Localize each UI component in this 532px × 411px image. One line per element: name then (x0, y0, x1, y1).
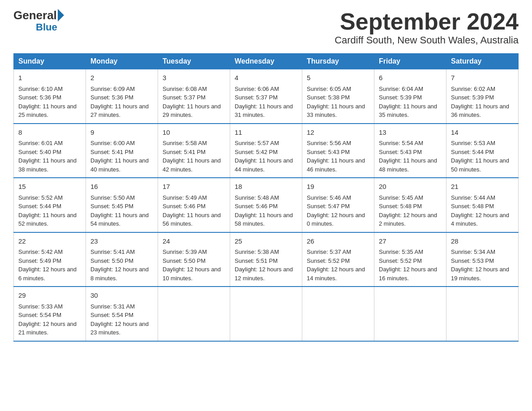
day-info: Sunrise: 5:33 AMSunset: 5:54 PMDaylight:… (18, 302, 81, 337)
week-row-1: 1Sunrise: 6:10 AMSunset: 5:36 PMDaylight… (14, 69, 519, 124)
day-info: Sunrise: 6:08 AMSunset: 5:37 PMDaylight:… (163, 85, 225, 120)
calendar-cell: 14Sunrise: 5:53 AMSunset: 5:44 PMDayligh… (446, 124, 519, 178)
day-info: Sunrise: 5:38 AMSunset: 5:51 PMDaylight:… (235, 248, 297, 283)
day-number: 19 (307, 182, 369, 192)
calendar-cell: 13Sunrise: 5:54 AMSunset: 5:43 PMDayligh… (374, 124, 446, 178)
day-info: Sunrise: 5:53 AMSunset: 5:44 PMDaylight:… (451, 139, 514, 174)
day-info: Sunrise: 5:54 AMSunset: 5:43 PMDaylight:… (379, 139, 442, 174)
day-info: Sunrise: 5:46 AMSunset: 5:47 PMDaylight:… (307, 193, 369, 228)
calendar-cell: 12Sunrise: 5:56 AMSunset: 5:43 PMDayligh… (302, 124, 374, 178)
day-info: Sunrise: 5:41 AMSunset: 5:50 PMDaylight:… (90, 248, 153, 283)
day-number: 28 (451, 236, 514, 247)
calendar-cell (374, 287, 446, 341)
calendar-cell: 30Sunrise: 5:31 AMSunset: 5:54 PMDayligh… (86, 287, 158, 341)
day-info: Sunrise: 6:05 AMSunset: 5:38 PMDaylight:… (307, 85, 369, 120)
calendar-cell (230, 287, 302, 341)
calendar-cell: 15Sunrise: 5:52 AMSunset: 5:44 PMDayligh… (14, 178, 86, 232)
day-info: Sunrise: 5:50 AMSunset: 5:45 PMDaylight:… (90, 193, 153, 228)
day-info: Sunrise: 5:35 AMSunset: 5:52 PMDaylight:… (379, 248, 442, 283)
logo-arrow-icon (58, 9, 64, 21)
logo-blue-text: Blue (36, 21, 57, 33)
calendar-cell: 5Sunrise: 6:05 AMSunset: 5:38 PMDaylight… (302, 69, 374, 124)
day-number: 13 (379, 128, 442, 138)
calendar-cell: 3Sunrise: 6:08 AMSunset: 5:37 PMDaylight… (158, 69, 230, 124)
calendar-cell: 4Sunrise: 6:06 AMSunset: 5:37 PMDaylight… (230, 69, 302, 124)
day-info: Sunrise: 5:52 AMSunset: 5:44 PMDaylight:… (18, 193, 81, 228)
day-info: Sunrise: 5:44 AMSunset: 5:48 PMDaylight:… (451, 193, 514, 228)
calendar-cell: 25Sunrise: 5:38 AMSunset: 5:51 PMDayligh… (230, 232, 302, 287)
calendar-cell: 1Sunrise: 6:10 AMSunset: 5:36 PMDaylight… (14, 69, 86, 124)
calendar-cell: 21Sunrise: 5:44 AMSunset: 5:48 PMDayligh… (446, 178, 519, 232)
day-info: Sunrise: 6:00 AMSunset: 5:41 PMDaylight:… (90, 139, 153, 174)
calendar-cell: 20Sunrise: 5:45 AMSunset: 5:48 PMDayligh… (374, 178, 446, 232)
calendar-cell: 27Sunrise: 5:35 AMSunset: 5:52 PMDayligh… (374, 232, 446, 287)
week-row-5: 29Sunrise: 5:33 AMSunset: 5:54 PMDayligh… (14, 287, 519, 341)
day-number: 3 (163, 73, 225, 83)
day-info: Sunrise: 5:57 AMSunset: 5:42 PMDaylight:… (235, 139, 297, 174)
page-header: General Blue September 2024 Cardiff Sout… (13, 9, 519, 46)
calendar-cell: 7Sunrise: 6:02 AMSunset: 5:39 PMDaylight… (446, 69, 519, 124)
day-number: 14 (451, 128, 514, 138)
col-friday: Friday (374, 54, 446, 69)
calendar-header-row: Sunday Monday Tuesday Wednesday Thursday… (14, 54, 519, 69)
week-row-3: 15Sunrise: 5:52 AMSunset: 5:44 PMDayligh… (14, 178, 519, 232)
day-info: Sunrise: 5:37 AMSunset: 5:52 PMDaylight:… (307, 248, 369, 283)
day-number: 2 (90, 73, 153, 83)
calendar-cell: 9Sunrise: 6:00 AMSunset: 5:41 PMDaylight… (86, 124, 158, 178)
day-info: Sunrise: 5:34 AMSunset: 5:53 PMDaylight:… (451, 248, 514, 283)
day-info: Sunrise: 6:09 AMSunset: 5:36 PMDaylight:… (90, 85, 153, 120)
calendar-cell: 11Sunrise: 5:57 AMSunset: 5:42 PMDayligh… (230, 124, 302, 178)
day-info: Sunrise: 5:42 AMSunset: 5:49 PMDaylight:… (18, 248, 81, 283)
day-number: 6 (379, 73, 442, 83)
day-info: Sunrise: 5:56 AMSunset: 5:43 PMDaylight:… (307, 139, 369, 174)
col-saturday: Saturday (446, 54, 519, 69)
calendar-cell (302, 287, 374, 341)
day-number: 15 (18, 182, 81, 192)
col-monday: Monday (86, 54, 158, 69)
logo-general-text: General (13, 9, 57, 21)
calendar-cell (158, 287, 230, 341)
day-number: 1 (18, 73, 81, 83)
calendar-cell: 8Sunrise: 6:01 AMSunset: 5:40 PMDaylight… (14, 124, 86, 178)
day-number: 30 (90, 291, 153, 301)
day-number: 18 (235, 182, 297, 192)
day-number: 24 (163, 236, 225, 247)
calendar-cell: 26Sunrise: 5:37 AMSunset: 5:52 PMDayligh… (302, 232, 374, 287)
day-number: 20 (379, 182, 442, 192)
day-info: Sunrise: 5:45 AMSunset: 5:48 PMDaylight:… (379, 193, 442, 228)
calendar-cell: 22Sunrise: 5:42 AMSunset: 5:49 PMDayligh… (14, 232, 86, 287)
col-wednesday: Wednesday (230, 54, 302, 69)
day-number: 26 (307, 236, 369, 247)
week-row-4: 22Sunrise: 5:42 AMSunset: 5:49 PMDayligh… (14, 232, 519, 287)
col-tuesday: Tuesday (158, 54, 230, 69)
title-area: September 2024 Cardiff South, New South … (335, 9, 519, 46)
day-info: Sunrise: 6:04 AMSunset: 5:39 PMDaylight:… (379, 85, 442, 120)
day-number: 25 (235, 236, 297, 247)
calendar-title: September 2024 (335, 9, 519, 34)
day-number: 16 (90, 182, 153, 192)
calendar-cell: 19Sunrise: 5:46 AMSunset: 5:47 PMDayligh… (302, 178, 374, 232)
day-info: Sunrise: 5:39 AMSunset: 5:50 PMDaylight:… (163, 248, 225, 283)
day-number: 11 (235, 128, 297, 138)
calendar-cell: 17Sunrise: 5:49 AMSunset: 5:46 PMDayligh… (158, 178, 230, 232)
calendar-cell (446, 287, 519, 341)
day-info: Sunrise: 5:49 AMSunset: 5:46 PMDaylight:… (163, 193, 225, 228)
day-number: 7 (451, 73, 514, 83)
calendar-location: Cardiff South, New South Wales, Australi… (335, 34, 519, 46)
day-info: Sunrise: 6:01 AMSunset: 5:40 PMDaylight:… (18, 139, 81, 174)
day-number: 23 (90, 236, 153, 247)
col-sunday: Sunday (14, 54, 86, 69)
calendar-cell: 6Sunrise: 6:04 AMSunset: 5:39 PMDaylight… (374, 69, 446, 124)
calendar-cell: 28Sunrise: 5:34 AMSunset: 5:53 PMDayligh… (446, 232, 519, 287)
day-number: 4 (235, 73, 297, 83)
day-number: 17 (163, 182, 225, 192)
week-row-2: 8Sunrise: 6:01 AMSunset: 5:40 PMDaylight… (14, 124, 519, 178)
day-info: Sunrise: 5:31 AMSunset: 5:54 PMDaylight:… (90, 302, 153, 337)
day-number: 5 (307, 73, 369, 83)
day-number: 27 (379, 236, 442, 247)
day-info: Sunrise: 6:10 AMSunset: 5:36 PMDaylight:… (18, 85, 81, 120)
calendar-table: Sunday Monday Tuesday Wednesday Thursday… (13, 53, 519, 342)
day-number: 10 (163, 128, 225, 138)
calendar-cell: 2Sunrise: 6:09 AMSunset: 5:36 PMDaylight… (86, 69, 158, 124)
day-info: Sunrise: 5:48 AMSunset: 5:46 PMDaylight:… (235, 193, 297, 228)
